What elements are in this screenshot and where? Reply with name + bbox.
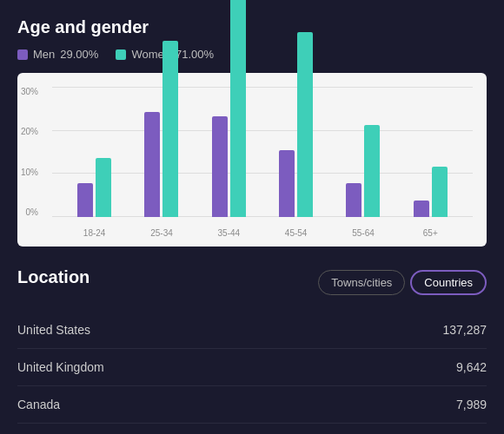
women-percent: 71.00% [176, 48, 214, 61]
bar-group-35-44 [212, 0, 246, 217]
list-item: Canada7,989 [17, 386, 487, 424]
legend: Men 29.00% Women 71.00% [17, 48, 487, 61]
y-label-30: 30% [21, 87, 38, 96]
y-label-0: 0% [26, 207, 38, 217]
bar-group-18-24 [77, 158, 111, 217]
bars-area [52, 87, 473, 217]
x-label-45-54: 45-54 [279, 228, 314, 238]
list-item: South Africa7,814 [17, 424, 487, 434]
location-name: United States [17, 323, 90, 337]
bar-women-45-54 [297, 32, 313, 217]
x-axis: 18-2425-3435-4445-5455-6465+ [52, 219, 473, 238]
x-label-18-24: 18-24 [77, 228, 112, 238]
location-toggle-group: Towns/cities Countries [318, 270, 487, 295]
x-label-35-44: 35-44 [211, 228, 246, 238]
legend-men: Men 29.00% [17, 48, 98, 61]
bar-women-55-64 [364, 125, 380, 217]
y-axis: 30% 20% 10% 0% [21, 87, 38, 217]
bar-men-65+ [414, 201, 429, 217]
men-label: Men [33, 48, 55, 61]
location-value: 9,642 [456, 360, 487, 374]
bar-women-65+ [432, 167, 448, 217]
toggle-countries[interactable]: Countries [410, 270, 487, 295]
age-gender-section: Age and gender Men 29.00% Women 71.00% 3… [17, 17, 487, 247]
women-color-swatch [116, 49, 126, 60]
x-label-65+: 65+ [413, 228, 448, 238]
bar-women-18-24 [96, 158, 111, 217]
location-name: Canada [17, 398, 60, 411]
list-item: United Kingdom9,642 [17, 349, 487, 386]
location-value: 7,989 [456, 398, 487, 411]
x-label-55-64: 55-64 [346, 228, 381, 238]
bar-group-65+ [414, 167, 448, 217]
bar-group-25-34 [144, 41, 178, 217]
age-gender-title: Age and gender [17, 17, 487, 37]
location-section: Location Towns/cities Countries United S… [17, 267, 487, 434]
list-item: United States137,287 [17, 312, 487, 349]
bar-men-25-34 [144, 112, 160, 217]
bar-men-35-44 [212, 116, 228, 217]
bar-women-35-44 [230, 0, 246, 217]
y-label-10: 10% [21, 168, 38, 177]
y-label-20: 20% [21, 127, 38, 136]
bar-men-55-64 [346, 183, 361, 217]
bar-group-55-64 [346, 125, 380, 217]
bar-women-25-34 [162, 41, 178, 217]
bar-men-45-54 [279, 150, 295, 217]
toggle-towns[interactable]: Towns/cities [318, 270, 405, 295]
location-header: Location Towns/cities Countries [17, 267, 487, 298]
men-percent: 29.00% [60, 48, 98, 61]
location-list: United States137,287United Kingdom9,642C… [17, 312, 487, 434]
bar-chart: 30% 20% 10% 0% 18-2425-3435-4445-5455-64… [17, 73, 487, 247]
bar-group-45-54 [279, 32, 313, 217]
location-value: 137,287 [442, 323, 487, 337]
men-color-swatch [17, 49, 28, 60]
location-name: United Kingdom [17, 360, 104, 374]
chart-inner: 30% 20% 10% 0% 18-2425-3435-4445-5455-64… [52, 87, 473, 238]
bar-men-18-24 [77, 183, 93, 217]
x-label-25-34: 25-34 [144, 228, 179, 238]
location-title: Location [17, 267, 90, 287]
